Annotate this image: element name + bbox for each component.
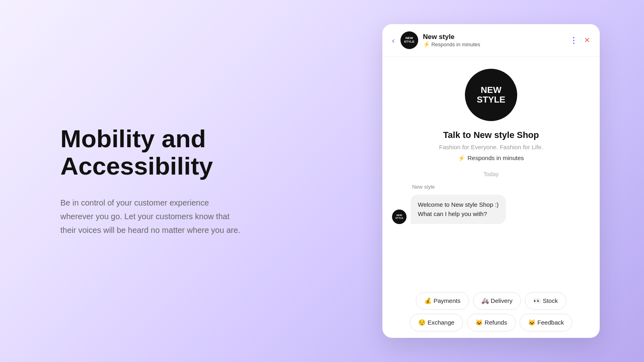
chat-header: ‹ NEWSTYLE New style ⚡ Responds in minut… (382, 24, 600, 57)
subtitle-text: Be in control of your customer experienc… (60, 196, 242, 237)
chat-body: NEWSTYLE Talk to New style Shop Fashion … (382, 57, 600, 289)
today-label: Today (483, 171, 498, 177)
chat-window: ‹ NEWSTYLE New style ⚡ Responds in minut… (382, 24, 600, 338)
shop-title: Talk to New style Shop (443, 130, 539, 140)
left-panel: Mobility and Accessibility Be in control… (0, 93, 370, 269)
quick-reply-refunds[interactable]: 🐱 Refunds (467, 314, 516, 331)
lightning-badge-icon: ⚡ (458, 155, 465, 161)
main-title: Mobility and Accessibility (60, 125, 338, 180)
close-icon[interactable]: ✕ (584, 36, 590, 45)
message-sender-name: New style (412, 184, 590, 190)
header-actions: ⋮ ✕ (570, 35, 590, 45)
header-shop-name: New style (423, 33, 570, 41)
messages-area: New style NEWSTYLE Welcome to New style … (392, 184, 590, 224)
header-info: New style ⚡ Responds in minutes (423, 33, 570, 47)
shop-tagline: Fashion for Everyone. Fashion for Life. (439, 144, 543, 150)
header-status: ⚡ Responds in minutes (423, 41, 570, 47)
responds-badge: ⚡ Responds in minutes (458, 154, 524, 161)
header-avatar: NEWSTYLE (400, 31, 418, 49)
quick-reply-delivery[interactable]: 🚑 Delivery (473, 292, 521, 310)
back-button[interactable]: ‹ (392, 36, 395, 45)
right-panel: ‹ NEWSTYLE New style ⚡ Responds in minut… (370, 16, 612, 346)
lightning-icon: ⚡ (423, 41, 430, 47)
quick-reply-payments[interactable]: 💰 Payments (416, 292, 469, 310)
message-row: NEWSTYLE Welcome to New style Shop :)Wha… (392, 195, 590, 224)
quick-reply-stock[interactable]: 👀 Stock (525, 292, 566, 310)
message-bubble: Welcome to New style Shop :)What can I h… (411, 195, 506, 224)
shop-logo: NEWSTYLE (465, 69, 517, 121)
quick-reply-feedback[interactable]: 🐱 Feedback (520, 314, 572, 331)
message-avatar: NEWSTYLE (392, 210, 407, 224)
more-options-icon[interactable]: ⋮ (570, 35, 578, 45)
quick-reply-exchange[interactable]: 😌 Exchange (410, 314, 463, 331)
quick-replies: 💰 Payments 🚑 Delivery 👀 Stock 😌 Exchange… (382, 289, 600, 338)
